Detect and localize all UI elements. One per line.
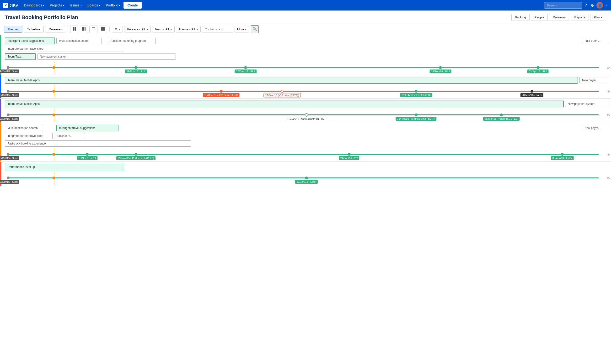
milestone-android-hollow-dot <box>305 113 308 117</box>
svg-rect-9 <box>92 30 95 30</box>
list-view-icon[interactable] <box>89 26 97 33</box>
team-bar-trav[interactable]: Team Trav... <box>5 53 36 60</box>
milestone-dot-pi1 <box>134 66 137 69</box>
settings-icon[interactable]: ⚙ <box>589 2 596 9</box>
milestone-pi3-label: 28/Feb/16 - PI 3 <box>430 69 451 73</box>
section-blue: Team Travel Mobile Apps New paym... 19/O… <box>0 75 611 99</box>
stories-row-2: Integrate partner travel sites <box>2 45 611 52</box>
milestone-22-label: 24/Jan/16 - 2.2 <box>339 156 359 160</box>
page-header: Travel Booking Portfolio Plan Backlog Pe… <box>0 11 611 23</box>
text-filter-input[interactable] <box>202 26 233 32</box>
nav-boards[interactable]: Boards ▾ <box>85 2 103 9</box>
user-menu-chevron[interactable]: ▾ <box>604 3 608 8</box>
milestone-android-beta-dot <box>415 114 417 116</box>
svg-rect-4 <box>82 27 83 31</box>
milestone-row-2: 19/Oct/15 - Start 13/Dec/15 - iOS beta (… <box>2 85 611 97</box>
milestone-pi4-label: 03/Apr/16 - PI 4 <box>527 69 548 73</box>
board-view-icon[interactable] <box>80 26 88 33</box>
plan-button[interactable]: Plan ▾ <box>590 14 606 21</box>
milestone-later-orange-dot <box>561 153 564 156</box>
milestone-row-3: 19/Oct/15 - Start 10/Jan/16 (Android bet… <box>2 109 611 121</box>
story-multi-dest[interactable]: Multi-destination search <box>56 38 102 44</box>
backlog-button[interactable]: Backlog <box>511 14 530 21</box>
jira-logo[interactable]: ✕ JIRA <box>3 3 19 8</box>
releases-filter[interactable]: Releases: All ▾ <box>124 26 150 32</box>
team-bar-mobile-ios[interactable]: Team Travel Mobile Apps <box>5 77 578 84</box>
section-inner-red: Performance level-up 19/Oct/15 - Start 1… <box>0 162 611 184</box>
team-bar-mobile-android[interactable]: Team Travel Mobile Apps <box>5 101 564 107</box>
svg-rect-0 <box>73 27 74 29</box>
team-bar-performance[interactable]: Performance level-up <box>5 164 124 170</box>
nav-dashboards[interactable]: Dashboards ▾ <box>22 2 47 9</box>
dots-indicator-4: ≫ <box>606 152 611 157</box>
toolbar: Themes Schedule Releases ⚙ ▾ Releases: A… <box>0 23 611 35</box>
story-multi-dest-orange[interactable]: Multi-destination search <box>5 125 43 131</box>
settings-dropdown[interactable]: ⚙ ▾ <box>112 26 123 32</box>
milestone-dot-start <box>7 66 10 69</box>
story-intelligent-travel[interactable]: Intelligent travel suggestions <box>5 38 55 44</box>
more-dropdown[interactable]: More ▾ <box>234 26 250 32</box>
dashed-line-orange-3 <box>54 109 54 121</box>
story-intelligent-travel-orange[interactable]: Intelligent travel suggestions <box>56 125 118 131</box>
schedule-tab[interactable]: Schedule <box>24 26 44 32</box>
header-actions: Backlog People Releases Reports Plan ▾ <box>511 14 606 21</box>
chevron-icon: ▾ <box>63 4 64 7</box>
nav-projects[interactable]: Projects ▾ <box>48 2 67 9</box>
story-fasttrack-booking[interactable]: Fast-track booking experience <box>5 141 191 147</box>
milestone-pi2-label: 27/Dec/15 - PI 2 <box>234 69 257 73</box>
milestone-dot-start-3 <box>7 114 10 116</box>
milestone-row-4: 19/Oct/15 - Start 15/Nov/15 - 2.1 29/Nov… <box>2 148 611 160</box>
milestone-ios-beta-label: 13/Dec/15 - iOS beta (BETA) <box>203 93 239 97</box>
create-button[interactable]: Create <box>123 2 142 9</box>
milestone-android-10-dot <box>500 114 503 116</box>
chevron-down-icon: ▾ <box>146 27 148 31</box>
milestone-dot-pi3 <box>439 66 442 69</box>
story-new-paym-orange[interactable]: New paym... <box>582 125 608 131</box>
svg-rect-11 <box>103 27 105 31</box>
chevron-icon: ▾ <box>119 4 120 7</box>
section-inner-blue: Team Travel Mobile Apps New paym... 19/O… <box>0 75 611 97</box>
story-affiliate-m[interactable]: Affeliate m... <box>54 133 85 139</box>
user-avatar[interactable]: 👤 <box>597 2 603 9</box>
section-green: Intelligent travel suggestions Multi-des… <box>0 35 611 75</box>
milestone-10jan-dot <box>305 177 308 179</box>
story-new-paym-blue[interactable]: New paym... <box>579 77 608 83</box>
releases-button[interactable]: Releases <box>549 14 569 21</box>
themes-filter[interactable]: Themes: All ▾ <box>176 26 201 32</box>
people-button[interactable]: People <box>531 14 548 21</box>
chevron-down-icon: ▾ <box>245 27 247 31</box>
chevron-icon: ▾ <box>80 4 82 7</box>
svg-rect-2 <box>73 29 74 31</box>
milestone-start-label-3: 19/Oct/15 - Start <box>0 117 19 121</box>
timeline-line-red <box>8 91 599 92</box>
section-inner-orange: Multi-destination search Intelligent tra… <box>0 122 611 160</box>
team-row-red: Performance level-up <box>2 162 611 171</box>
milestone-later-dot <box>531 90 533 93</box>
story-new-payment-1[interactable]: New payment system <box>37 53 176 60</box>
section-orange: Multi-destination search Intelligent tra… <box>0 122 611 162</box>
team-row-blue: Team Travel Mobile Apps New paym... <box>2 75 611 84</box>
timeline-area: Intelligent travel suggestions Multi-des… <box>0 35 611 186</box>
releases-tab[interactable]: Releases <box>45 26 65 32</box>
dots-indicator-3: ≫ <box>606 113 611 117</box>
split-view-icon[interactable] <box>99 26 107 33</box>
nav-portfolio[interactable]: Portfolio ▾ <box>104 2 123 9</box>
themes-tab[interactable]: Themes <box>4 26 22 32</box>
story-new-payment-purple[interactable]: New payment system <box>565 101 608 107</box>
search-input[interactable] <box>544 2 582 9</box>
story-affiliate[interactable]: Affeliate marketing program <box>108 38 156 44</box>
svg-rect-5 <box>83 27 84 31</box>
story-integrate-partner-orange[interactable]: Integrate partner travel sites <box>5 133 52 139</box>
nav-issues[interactable]: Issues ▾ <box>67 2 84 9</box>
section-accent-orange <box>0 122 1 161</box>
svg-rect-7 <box>92 27 95 28</box>
help-icon[interactable]: ? <box>583 2 588 9</box>
chevron-down-icon: ▾ <box>170 27 172 31</box>
story-fasttrack-short[interactable]: Fast-track ... <box>582 38 608 44</box>
stories-row-orange-1: Multi-destination search Intelligent tra… <box>2 122 611 132</box>
search-icon-button[interactable]: 🔍 <box>251 25 259 33</box>
grid-view-icon[interactable] <box>70 26 78 33</box>
teams-filter[interactable]: Teams: All ▾ <box>152 26 175 32</box>
story-integrate-partner[interactable]: Integrate partner travel sites <box>5 46 124 52</box>
reports-button[interactable]: Reports <box>571 14 589 21</box>
